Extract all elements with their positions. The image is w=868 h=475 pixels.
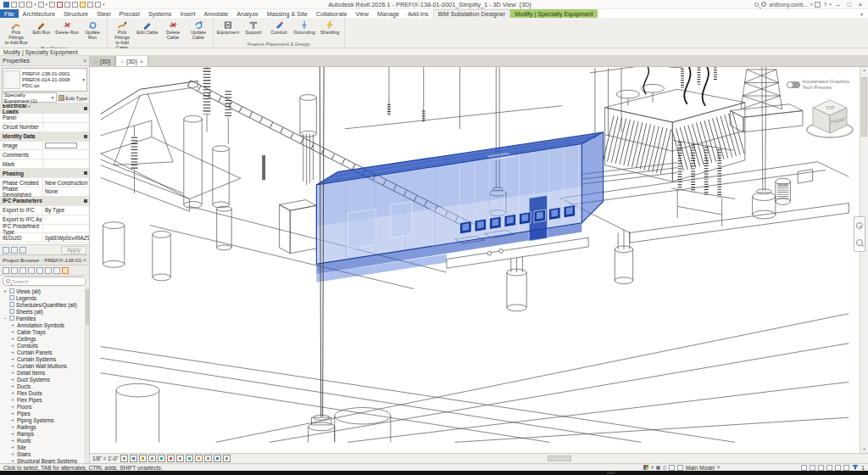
tab-systems[interactable]: Systems (144, 9, 176, 18)
undo-icon[interactable] (26, 2, 32, 8)
redo-icon[interactable] (38, 2, 44, 8)
crop-view-icon[interactable] (158, 455, 165, 462)
user-caret-icon[interactable]: ▾ (810, 2, 813, 8)
tab-modify-specialty-equipment[interactable]: Modify | Specialty Equipment (510, 9, 598, 18)
tab-annotate[interactable]: Annotate (199, 9, 232, 18)
type-selector[interactable]: PREFIX-138-01-0001 PREFIX-014-21-0008 PD… (2, 68, 87, 92)
active-design-option[interactable]: Main Model (686, 465, 715, 471)
lock-3d-view-icon[interactable] (176, 455, 184, 462)
tab-steel[interactable]: Steel (92, 9, 114, 18)
tree-item-schedules[interactable]: Schedules/Quantities (all) (3, 301, 84, 308)
filter-icon[interactable] (852, 464, 859, 471)
equipment-button[interactable]: Equipment (216, 19, 240, 35)
editable-only-icon[interactable] (656, 466, 660, 470)
text-icon[interactable] (72, 2, 78, 8)
ifcguid-value[interactable]: 0p6EWp0cv49AZ9_UH... (42, 233, 89, 242)
update-run-button[interactable]: Update Run (81, 19, 104, 40)
horizontal-scrollbar-thumb[interactable] (548, 455, 571, 461)
undo-caret-icon[interactable]: ▾ (34, 2, 36, 8)
tree-item-sheets[interactable]: Sheets (all) (3, 308, 84, 315)
section-expander-icon[interactable] (84, 171, 87, 175)
main-model-icon[interactable] (677, 465, 683, 471)
tab-file[interactable]: File (0, 9, 19, 18)
mark-value[interactable] (42, 159, 89, 168)
browser-search-box[interactable] (3, 277, 86, 286)
browser-legends-icon[interactable] (19, 267, 26, 274)
circuit-number-value[interactable] (42, 123, 89, 131)
print-icon[interactable] (49, 2, 55, 8)
temporary-hide-isolate-icon[interactable] (186, 455, 193, 462)
section-icon[interactable] (87, 2, 93, 8)
steering-wheel-icon[interactable] (856, 222, 863, 229)
scroll-down-arrow-icon[interactable]: ▼ (860, 446, 868, 453)
app-store-icon[interactable] (815, 2, 821, 8)
visual-style-icon[interactable] (130, 455, 137, 462)
tab-add-ins[interactable]: Add-Ins (403, 9, 433, 18)
design-option-caret-icon[interactable]: ▾ (717, 464, 720, 471)
aligned-dimension-icon[interactable] (64, 2, 70, 8)
qat-customize-caret-icon[interactable]: ▾ (103, 2, 105, 8)
panel-value[interactable] (42, 114, 89, 122)
tree-item-families[interactable]: −Families (3, 315, 84, 321)
delete-cable-button[interactable]: Delete Cable (161, 19, 185, 40)
navigation-bar[interactable] (854, 216, 865, 252)
grounding-button[interactable]: Grounding (292, 19, 316, 35)
tab-massing-site[interactable]: Massing & Site (263, 9, 312, 18)
view-tab-close-icon[interactable]: × (140, 59, 143, 64)
accelerated-graphics-toggle[interactable] (787, 81, 800, 88)
background-processes-icon[interactable] (843, 465, 849, 471)
tree-item-structural-beam-systems[interactable]: +Structural Beam Systems (3, 457, 84, 463)
browser-families-icon[interactable] (45, 267, 52, 274)
zoom-tool-icon[interactable] (856, 239, 863, 246)
phase-created-value[interactable]: New Construction (42, 178, 89, 187)
browser-search-input[interactable] (12, 278, 83, 284)
tab-architecture[interactable]: Architecture (19, 9, 59, 18)
tree-item-detail-items[interactable]: +Detail Items (3, 369, 84, 376)
tree-item-flex-pipes[interactable]: +Flex Pipes (3, 396, 84, 403)
tree-scrollbar[interactable] (85, 287, 89, 463)
section-expander-icon[interactable] (84, 199, 87, 203)
ribbon-display-toggle[interactable]: ▾ (855, 9, 868, 18)
tab-manage[interactable]: Manage (373, 9, 403, 18)
tab-structure[interactable]: Structure (59, 9, 92, 18)
viewcube-top-label[interactable]: TOP (826, 105, 835, 110)
sort-ascending-icon[interactable] (11, 247, 18, 254)
phase-demolished-value[interactable]: None (42, 187, 89, 196)
close-button[interactable]: × (856, 2, 865, 8)
apply-button[interactable]: Apply (61, 246, 86, 254)
edit-run-button[interactable]: Edit Run (30, 19, 53, 35)
tree-item-curtain-systems[interactable]: +Curtain Systems (3, 355, 84, 362)
tree-item-railings[interactable]: +Railings (3, 423, 84, 430)
worksharing-display-icon[interactable] (214, 455, 221, 462)
browser-home-icon[interactable] (3, 267, 9, 274)
detail-level-icon[interactable] (120, 455, 128, 462)
tree-item-legends[interactable]: Legends (3, 294, 84, 301)
default-3d-view-icon[interactable] (80, 2, 86, 8)
properties-help-icon[interactable] (3, 247, 9, 254)
restore-button[interactable]: □ (845, 2, 854, 8)
tree-item-floors[interactable]: +Floors (3, 403, 84, 410)
measure-icon[interactable] (57, 2, 63, 8)
tree-item-piping-systems[interactable]: +Piping Systems (3, 416, 84, 423)
vertical-scrollbar[interactable]: ▲ ▼ (860, 67, 868, 453)
browser-groups-icon[interactable] (53, 267, 60, 274)
section-expander-icon[interactable] (84, 135, 87, 138)
type-selector-caret-icon[interactable]: ▾ (81, 77, 86, 82)
tree-item-roofs[interactable]: +Roofs (3, 437, 84, 444)
avatar[interactable] (761, 2, 766, 7)
image-value-field[interactable] (45, 142, 77, 148)
select-pinned-toggle[interactable] (818, 465, 824, 471)
temporary-view-properties-icon[interactable] (204, 455, 212, 462)
tab-collaborate[interactable]: Collaborate (312, 9, 352, 18)
search-icon[interactable] (754, 3, 759, 7)
show-crop-region-icon[interactable] (167, 455, 175, 462)
redo-caret-icon[interactable]: ▾ (46, 2, 48, 8)
edit-cable-button[interactable]: Edit Cable (136, 19, 159, 35)
revit-logo-icon[interactable] (3, 2, 9, 8)
ifc-predefined-type-value[interactable] (42, 225, 89, 233)
drag-on-selection-toggle[interactable] (835, 465, 841, 471)
reveal-hidden-elements-icon[interactable] (195, 455, 203, 462)
tab-insert[interactable]: Insert (175, 9, 199, 18)
export-ifc-as-value[interactable] (42, 215, 89, 224)
minimize-button[interactable]: – (834, 2, 843, 8)
